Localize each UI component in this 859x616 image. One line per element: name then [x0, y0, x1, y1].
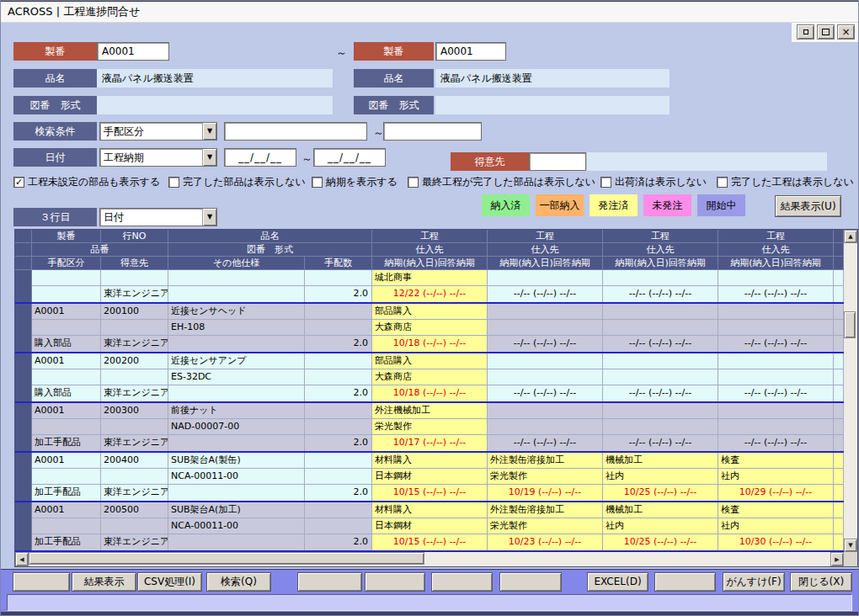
maximize-button[interactable] — [817, 24, 835, 40]
grid-cell[interactable]: 機械加工 — [603, 502, 718, 518]
grid-cell[interactable]: NAD-00007-00 — [168, 419, 305, 434]
grid-cell[interactable] — [168, 534, 305, 550]
grid-cell[interactable] — [488, 419, 603, 434]
grid-cell[interactable] — [101, 320, 168, 335]
grid-cell[interactable] — [834, 385, 844, 401]
grid-record-selector[interactable] — [15, 403, 32, 451]
grid-cell[interactable]: 機械加工 — [603, 453, 718, 468]
grid-cell[interactable]: 外注製缶溶接加工 — [488, 453, 603, 468]
grid-cell[interactable] — [32, 320, 101, 335]
grid-cell[interactable] — [603, 270, 718, 285]
grid-cell[interactable] — [603, 369, 718, 385]
grid-cell[interactable]: SUB架台A(加工) — [168, 502, 305, 518]
checkbox-hide-completed-process[interactable]: 完了した工程は表示しない — [717, 175, 854, 189]
grid-cell[interactable] — [603, 403, 718, 418]
grid-cell[interactable]: 東洋エンジニア — [101, 385, 168, 401]
grid-cell[interactable]: --/-- (--/--) --/-- — [718, 286, 834, 302]
horizontal-scrollbar[interactable]: ◀ ▶ — [15, 552, 844, 566]
row3-dropdown[interactable]: 日付 ▼ — [99, 208, 217, 226]
grid-cell[interactable] — [603, 320, 718, 335]
grid-cell[interactable] — [718, 353, 834, 369]
grid-cell[interactable] — [305, 518, 372, 534]
grid-cell[interactable] — [32, 419, 101, 434]
grid-cell[interactable]: 材料購入 — [372, 502, 488, 518]
grid-cell[interactable] — [718, 304, 834, 319]
grid-cell[interactable] — [603, 353, 718, 369]
grid-cell[interactable] — [834, 353, 844, 369]
grid-cell[interactable] — [305, 320, 372, 335]
grid-cell[interactable] — [305, 453, 372, 468]
grid-cell[interactable] — [834, 518, 844, 534]
grid-cell[interactable]: 10/19 (--/--) --/-- — [488, 485, 603, 501]
grid-cell[interactable]: --/-- (--/--) --/-- — [603, 385, 718, 401]
grid-cell[interactable]: 日本鋼材 — [372, 469, 488, 484]
grid-cell[interactable]: A0001 — [32, 353, 101, 369]
grid-cell[interactable] — [32, 518, 101, 534]
grid-cell[interactable] — [488, 304, 603, 319]
grid-cell[interactable] — [834, 453, 844, 468]
grid-cell[interactable]: 10/15 (--/--) --/-- — [372, 534, 488, 550]
grid-cell[interactable]: --/-- (--/--) --/-- — [603, 286, 718, 302]
grid-cell[interactable] — [168, 270, 305, 285]
grid-cell[interactable]: 近接センサヘッド — [168, 304, 305, 319]
grid-cell[interactable] — [834, 403, 844, 418]
grid-cell[interactable]: --/-- (--/--) --/-- — [488, 336, 603, 352]
date-to-input[interactable]: __/__/__ — [313, 148, 386, 167]
checkbox-hide-completed-parts[interactable]: 完了した部品は表示しない — [168, 175, 306, 189]
grid-cell[interactable]: 10/25 (--/--) --/-- — [603, 485, 718, 501]
blank-button-5[interactable] — [499, 572, 562, 592]
grid-cell[interactable]: 10/18 (--/--) --/-- — [372, 336, 488, 352]
tokuisaki-input[interactable] — [529, 152, 586, 171]
grid-cell[interactable] — [32, 270, 101, 285]
grid-cell[interactable] — [834, 369, 844, 385]
grid-cell[interactable]: 加工手配品 — [32, 485, 101, 501]
grid-cell[interactable] — [305, 369, 372, 385]
date-from-input[interactable]: __/__/__ — [224, 148, 296, 167]
grid-cell[interactable]: 東洋エンジニア — [101, 534, 168, 550]
grid-cell[interactable] — [718, 369, 834, 385]
grid-cell[interactable]: 2.0 — [305, 385, 372, 401]
grid-cell[interactable] — [168, 485, 305, 501]
grid-cell[interactable]: 検査 — [718, 502, 834, 518]
grid-cell[interactable]: --/-- (--/--) --/-- — [488, 385, 603, 401]
grid-cell[interactable] — [834, 534, 844, 550]
grid-cell[interactable]: ES-32DC — [168, 369, 305, 385]
grid-cell[interactable] — [305, 419, 372, 434]
grid-cell[interactable] — [305, 502, 372, 518]
blank-button-3[interactable] — [365, 572, 425, 592]
vertical-scrollbar-thumb[interactable] — [844, 311, 856, 338]
date-dropdown[interactable]: 工程納期 ▼ — [99, 148, 217, 167]
grid-cell[interactable]: A0001 — [32, 403, 101, 418]
blank-button-4[interactable] — [431, 572, 493, 592]
grid-cell[interactable]: NCA-00011-00 — [168, 469, 305, 484]
grid-cell[interactable] — [718, 403, 834, 418]
seiban-left-input[interactable]: A0001 — [97, 42, 169, 61]
grid-cell[interactable]: --/-- (--/--) --/-- — [718, 435, 834, 451]
result-display-button[interactable]: 結果表示(U) — [775, 195, 841, 217]
grid-cell[interactable]: 前後ナット — [168, 403, 305, 418]
grid-cell[interactable]: 社内 — [603, 518, 718, 534]
checkbox-hide-final-process-done[interactable]: 最終工程が完了した部品は表示しない — [408, 175, 595, 189]
grid-cell[interactable]: SUB架台A(製缶) — [168, 453, 305, 468]
grid-cell[interactable] — [305, 304, 372, 319]
grid-cell[interactable] — [305, 270, 372, 285]
grid-cell[interactable] — [101, 518, 168, 534]
scroll-left-button[interactable]: ◀ — [15, 552, 29, 566]
grid-cell[interactable]: 2.0 — [305, 435, 372, 451]
grid-cell[interactable]: 栄光製作 — [372, 419, 488, 434]
grid-cell[interactable]: 2.0 — [305, 534, 372, 550]
grid-cell[interactable] — [834, 469, 844, 484]
grid-record-selector[interactable] — [15, 353, 32, 401]
grid-cell[interactable] — [168, 286, 305, 302]
grid-cell[interactable] — [101, 369, 168, 385]
chevron-down-icon[interactable]: ▼ — [202, 149, 216, 166]
grid-cell[interactable]: 検査 — [718, 453, 834, 468]
grid-cell[interactable]: 10/23 (--/--) --/-- — [488, 534, 603, 550]
blank-button-2[interactable] — [297, 572, 362, 592]
vertical-scrollbar-track[interactable] — [844, 243, 857, 539]
grid-cell[interactable]: 10/15 (--/--) --/-- — [372, 485, 488, 501]
grid-cell[interactable]: 加工手配品 — [32, 435, 101, 451]
grid-cell[interactable] — [718, 419, 834, 434]
grid-cell[interactable]: 社内 — [718, 518, 834, 534]
grid-cell[interactable]: 部品購入 — [372, 353, 488, 369]
